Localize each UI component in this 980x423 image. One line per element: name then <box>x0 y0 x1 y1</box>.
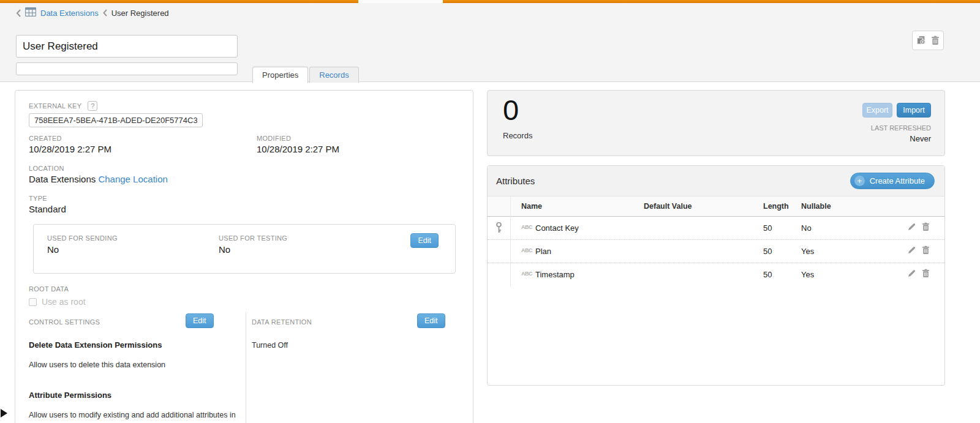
table-row: ABC Contact Key 50 No <box>488 217 944 240</box>
used-for-testing-label: USED FOR TESTING <box>219 234 287 242</box>
col-default-value: Default Value <box>644 202 692 211</box>
edit-pencil-icon[interactable] <box>907 222 916 231</box>
settings-divider <box>246 312 246 423</box>
table-row: ABC Timestamp 50 Yes <box>488 263 944 286</box>
usage-box: USED FOR SENDING No USED FOR TESTING No … <box>33 224 456 274</box>
attribute-permissions-title: Attribute Permissions <box>29 391 111 400</box>
top-accent-bar-notch <box>358 0 443 3</box>
description-input[interactable] <box>16 62 238 75</box>
tab-records[interactable]: Records <box>309 67 358 83</box>
data-retention-value: Turned Off <box>252 341 288 350</box>
breadcrumb-separator-icon <box>103 9 107 17</box>
breadcrumb-root-link[interactable]: Data Extensions <box>40 9 99 18</box>
external-key-label: EXTERNAL KEY <box>29 102 81 110</box>
trash-icon[interactable] <box>931 36 940 45</box>
col-length: Length <box>763 202 789 211</box>
breadcrumb: Data Extensions User Registered <box>16 7 169 18</box>
type-label: TYPE <box>29 195 47 202</box>
modified-label: MODIFIED <box>257 135 291 142</box>
row-trash-icon[interactable] <box>922 245 930 255</box>
plus-icon: + <box>854 176 865 186</box>
used-for-sending-label: USED FOR SENDING <box>47 234 118 242</box>
tab-properties[interactable]: Properties <box>252 67 308 83</box>
row-trash-icon[interactable] <box>922 269 930 278</box>
attributes-header: Attributes + Create Attribute <box>488 166 944 197</box>
attribute-nullable: Yes <box>801 270 814 279</box>
attribute-length: 50 <box>763 270 772 279</box>
name-input[interactable] <box>16 35 238 58</box>
last-refreshed-value: Never <box>910 134 931 143</box>
used-for-testing-value: No <box>219 244 230 255</box>
import-button[interactable]: Import <box>897 103 931 118</box>
attribute-length: 50 <box>763 247 772 256</box>
records-count: 0 <box>503 93 519 127</box>
row-trash-icon[interactable] <box>922 222 930 231</box>
table-row: ABC Plan 50 Yes <box>488 240 944 263</box>
collapse-arrow-icon[interactable] <box>1 409 7 417</box>
field-type-icon: ABC <box>521 271 532 277</box>
data-retention-label: DATA RETENTION <box>252 318 312 326</box>
used-for-sending-value: No <box>47 244 59 255</box>
tab-bar: Properties Records <box>252 67 360 83</box>
export-button[interactable]: Export <box>862 103 892 118</box>
created-value: 10/28/2019 2:27 PM <box>29 144 111 154</box>
attributes-panel: Attributes + Create Attribute Name Defau… <box>487 165 945 386</box>
attribute-nullable: No <box>801 223 812 233</box>
use-as-root-label: Use as root <box>42 297 86 307</box>
delete-permissions-desc: Allow users to delete this data extensio… <box>29 361 165 369</box>
breadcrumb-back-icon[interactable] <box>16 9 21 17</box>
attribute-name: Contact Key <box>535 223 579 233</box>
copy-icon[interactable] <box>916 36 926 45</box>
primary-key-icon <box>496 222 502 235</box>
properties-panel: EXTERNAL KEY ? CREATED 10/28/2019 2:27 P… <box>15 90 473 423</box>
col-name: Name <box>521 202 542 211</box>
last-refreshed-label: LAST REFRESHED <box>871 124 931 132</box>
breadcrumb-current: User Registered <box>111 9 169 18</box>
attribute-length: 50 <box>763 223 772 233</box>
attribute-permissions-desc: Allow users to modify existing and add a… <box>29 411 236 419</box>
data-retention-edit-button[interactable]: Edit <box>417 313 445 328</box>
location-label: LOCATION <box>29 165 64 172</box>
location-value: Data Extensions <box>29 174 96 184</box>
delete-permissions-title: Delete Data Extension Permissions <box>29 340 162 350</box>
type-value: Standard <box>29 204 66 214</box>
page-header: Data Extensions User Registered Properti… <box>0 0 980 82</box>
control-settings-edit-button[interactable]: Edit <box>186 313 214 328</box>
help-icon[interactable]: ? <box>88 101 97 111</box>
attributes-table-header: Name Default Value Length Nullable <box>488 197 944 217</box>
data-extensions-grid-icon <box>25 7 36 18</box>
top-accent-bar <box>0 0 980 3</box>
created-label: CREATED <box>29 135 62 142</box>
main-content: EXTERNAL KEY ? CREATED 10/28/2019 2:27 P… <box>0 83 980 423</box>
records-panel: 0 Records Export Import LAST REFRESHED N… <box>487 90 945 156</box>
col-nullable: Nullable <box>801 202 831 211</box>
root-data-label: ROOT DATA <box>29 285 69 293</box>
modified-value: 10/28/2019 2:27 PM <box>257 144 339 154</box>
usage-edit-button[interactable]: Edit <box>410 233 439 248</box>
records-count-label: Records <box>503 131 532 140</box>
external-key-input[interactable] <box>29 113 203 127</box>
create-attribute-button[interactable]: + Create Attribute <box>850 173 935 189</box>
change-location-link[interactable]: Change Location <box>98 174 167 184</box>
attribute-nullable: Yes <box>801 247 814 256</box>
edit-pencil-icon[interactable] <box>907 245 916 255</box>
use-as-root-checkbox[interactable] <box>29 298 37 306</box>
control-settings-label: CONTROL SETTINGS <box>29 318 100 326</box>
attributes-title: Attributes <box>496 176 535 186</box>
create-attribute-label: Create Attribute <box>870 176 925 185</box>
attribute-name: Timestamp <box>535 270 575 279</box>
field-type-icon: ABC <box>521 224 532 230</box>
field-type-icon: ABC <box>521 247 532 253</box>
attribute-name: Plan <box>535 247 551 256</box>
header-action-box <box>912 31 944 50</box>
edit-pencil-icon[interactable] <box>907 269 916 278</box>
